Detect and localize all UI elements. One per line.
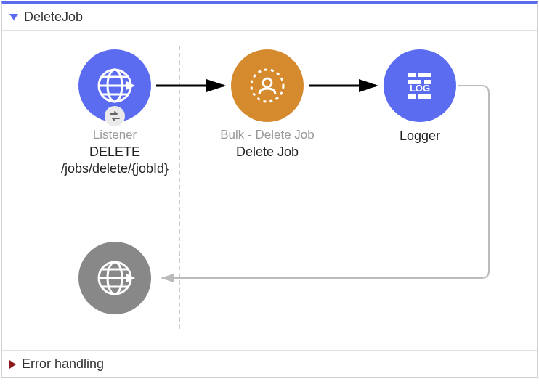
logger-circle: LOG [384, 49, 456, 122]
collapse-icon [9, 360, 16, 369]
listener-node[interactable]: Listener DELETE /jobs/delete/{jobId} [49, 49, 180, 178]
globe-arrow-icon [93, 256, 137, 300]
exchange-badge-icon [105, 106, 125, 126]
return-node[interactable] [49, 242, 180, 314]
flow-title: DeleteJob [24, 9, 83, 25]
expand-icon [9, 14, 18, 20]
globe-arrow-icon [93, 64, 137, 107]
svg-rect-12 [408, 94, 416, 99]
svg-point-7 [263, 78, 272, 87]
svg-rect-9 [418, 73, 431, 77]
bulk-label: Delete Job [236, 144, 299, 160]
listener-type: Listener [93, 128, 137, 142]
error-section-header[interactable]: Error handling [2, 351, 537, 377]
listener-label: DELETE /jobs/delete/{jobId} [49, 144, 180, 178]
svg-rect-13 [418, 94, 431, 99]
flow-canvas: Listener DELETE /jobs/delete/{jobId} Bul… [2, 31, 537, 351]
user-ring-icon [246, 64, 289, 107]
svg-text:LOG: LOG [410, 83, 430, 94]
bulk-node[interactable]: Bulk - Delete Job Delete Job [202, 49, 333, 160]
error-title: Error handling [22, 356, 104, 372]
flow-container: DeleteJob Listener [1, 1, 538, 378]
bulk-circle [231, 49, 304, 122]
log-icon: LOG [398, 64, 442, 107]
logger-label: Logger [400, 128, 440, 144]
return-circle [78, 242, 151, 314]
flow-header[interactable]: DeleteJob [2, 4, 537, 31]
svg-point-6 [251, 70, 283, 102]
logger-node[interactable]: LOG Logger [354, 49, 485, 144]
bulk-type: Bulk - Delete Job [220, 128, 314, 142]
svg-rect-8 [408, 73, 416, 77]
listener-circle [78, 49, 151, 122]
